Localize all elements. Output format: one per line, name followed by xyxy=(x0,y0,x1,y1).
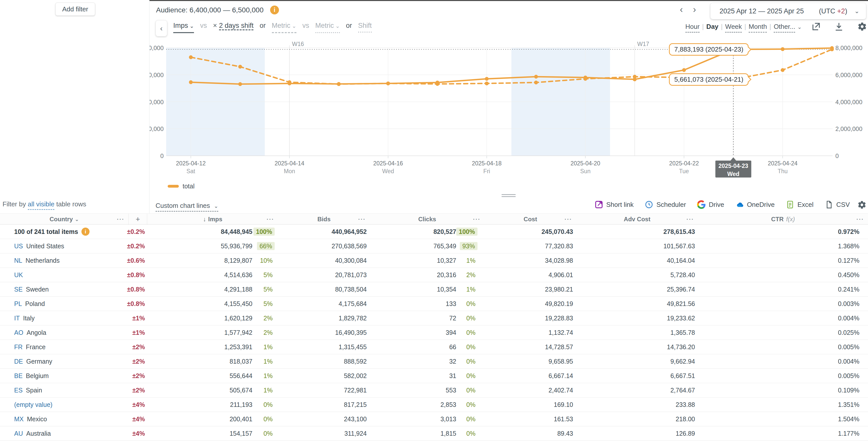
column-header-clicks[interactable]: Clicks··· xyxy=(370,214,485,225)
add-filter-button[interactable]: Add filter xyxy=(55,3,95,16)
table-row[interactable]: ITItaly±1%1,620,1292%1,829,782720%19,228… xyxy=(0,311,868,325)
country-code-link[interactable]: AU xyxy=(14,430,23,437)
country-code-link[interactable]: US xyxy=(14,243,23,250)
export-onedrive-button[interactable]: OneDrive xyxy=(735,200,775,209)
svg-text:Wed: Wed xyxy=(727,171,739,177)
column-header-adv-cost[interactable]: Adv Cost··· xyxy=(576,214,698,225)
column-menu-icon[interactable]: ··· xyxy=(358,216,366,223)
country-code-link[interactable]: UK xyxy=(14,271,23,279)
table-row[interactable]: DEGermany±2%818,0371%888,592320%9,658.95… xyxy=(0,354,868,369)
column-header-bids[interactable]: Bids··· xyxy=(278,214,370,225)
column-menu-icon[interactable]: ··· xyxy=(473,216,480,223)
filter-scope-link[interactable]: all visible xyxy=(28,200,55,210)
country-code-link[interactable]: DE xyxy=(14,358,23,365)
column-menu-icon[interactable]: ··· xyxy=(856,216,864,223)
next-range-button[interactable]: › xyxy=(693,5,696,15)
download-icon[interactable] xyxy=(834,22,844,31)
ctr-cell: 0.005% xyxy=(838,343,868,351)
imps-cell: 200,401 xyxy=(230,415,255,423)
column-menu-icon[interactable]: ··· xyxy=(564,216,572,223)
legend-item-total[interactable]: total xyxy=(168,183,194,190)
table-row[interactable]: NLNetherlands±0.6%8,129,80710%40,300,084… xyxy=(0,253,868,268)
prev-range-button[interactable]: ‹ xyxy=(680,5,683,15)
table-settings-gear-icon[interactable] xyxy=(857,200,866,209)
add-column-button[interactable]: + xyxy=(128,214,147,225)
country-code-link[interactable]: IT xyxy=(14,315,20,322)
table-row[interactable]: (empty value)±4%211,1930%817,2152,8530%1… xyxy=(0,398,868,412)
time-series-chart[interactable]: 002,000,0002,000,0004,000,0004,000,0006,… xyxy=(150,39,868,181)
ctr-cell: 0.241% xyxy=(838,286,868,293)
metric-dropdown-empty-1[interactable]: Metric⌄ xyxy=(272,21,297,33)
table-row[interactable]: UK±0.8%4,514,6365%20,781,07320,3162%4,90… xyxy=(0,268,868,282)
column-menu-icon[interactable]: ··· xyxy=(267,216,274,223)
clicks-cell: 3,013 xyxy=(440,415,459,423)
svg-text:6,000,000: 6,000,000 xyxy=(835,71,862,78)
table-row[interactable]: FRFrance±2%1,253,3911%1,315,455660%14,72… xyxy=(0,340,868,354)
country-code-link[interactable]: PL xyxy=(14,300,22,308)
export-scheduler-button[interactable]: Scheduler xyxy=(645,200,686,209)
chevron-down-icon: ⌄ xyxy=(292,23,297,29)
table-row[interactable]: MXMexico±4%200,4010%243,1003,0130%161.53… xyxy=(0,412,868,426)
granularity-option-other[interactable]: Other... xyxy=(774,23,795,33)
table-row[interactable]: ESSpain±2%505,6741%722,9815530%2,402.742… xyxy=(0,383,868,398)
column-header-ctr[interactable]: CTRf(x)··· xyxy=(698,214,868,225)
delta-cell: ±2% xyxy=(132,358,147,365)
cost-cell: 245,070.43 xyxy=(541,228,576,235)
column-menu-icon[interactable]: ··· xyxy=(117,216,124,223)
metric-dropdown-empty-2[interactable]: Metric⌄ xyxy=(315,21,340,33)
table-row[interactable]: SESweden±0.8%4,291,1885%80,738,50410,354… xyxy=(0,282,868,296)
column-header-imps[interactable]: ↓Imps··· xyxy=(147,214,278,225)
open-in-new-icon[interactable] xyxy=(811,22,821,31)
export-short-link-button[interactable]: Short link xyxy=(595,200,633,209)
export-csv-button[interactable]: CSV xyxy=(825,200,850,209)
country-code-link[interactable]: AO xyxy=(14,329,23,336)
total-items-label: 100 of 241 total items xyxy=(14,228,78,235)
table-row[interactable]: PLPoland±0.8%4,155,4505%4,175,6841330%49… xyxy=(0,296,868,311)
collapse-controls-button[interactable]: ‹ xyxy=(156,20,167,36)
custom-chart-lines-dropdown[interactable]: Custom chart lines ⌄ xyxy=(156,202,218,210)
export-label: Short link xyxy=(606,201,633,209)
table-row[interactable]: AOAngola±1%1,577,9422%16,490,3953940%1,1… xyxy=(0,325,868,340)
empty-value-link[interactable]: (empty value) xyxy=(14,401,52,408)
country-code-link[interactable]: MX xyxy=(14,415,24,423)
country-code-link[interactable]: BE xyxy=(14,372,23,380)
svg-text:Mon: Mon xyxy=(284,168,295,175)
table-row[interactable]: BEBelgium±2%556,6441%582,002310%6,667.14… xyxy=(0,369,868,383)
table-row[interactable]: USUnited States±0.2%55,936,79966%270,638… xyxy=(0,239,868,253)
remove-shift-icon[interactable]: × xyxy=(213,22,217,29)
gear-icon[interactable] xyxy=(857,22,867,31)
export-excel-button[interactable]: Excel xyxy=(786,200,814,209)
granularity-option-month[interactable]: Month xyxy=(749,23,767,33)
column-header-cost[interactable]: Cost··· xyxy=(485,214,576,225)
country-code-link[interactable]: NL xyxy=(14,257,22,264)
column-menu-icon[interactable]: ··· xyxy=(686,216,694,223)
country-cell: UK xyxy=(0,271,128,279)
granularity-option-day[interactable]: Day xyxy=(706,23,718,32)
info-icon[interactable]: i xyxy=(82,228,90,236)
table-row[interactable]: AUAustralia±4%154,1570%311,9241,8150%89.… xyxy=(0,426,868,441)
imps-cell: 505,674 xyxy=(230,387,255,394)
chart-canvas[interactable]: 002,000,0002,000,0004,000,0004,000,0006,… xyxy=(150,39,868,181)
adv-cost-cell: 40,164.04 xyxy=(667,257,698,264)
panel-resize-handle[interactable] xyxy=(501,194,516,198)
imps-share-badge: 5% xyxy=(264,286,273,293)
cost-cell: 9,658.95 xyxy=(549,358,576,365)
bids-cell: 311,924 xyxy=(344,430,370,437)
info-icon[interactable]: i xyxy=(270,6,279,14)
country-code-link[interactable]: ES xyxy=(14,387,23,394)
shift-placeholder-control[interactable]: Shift xyxy=(358,21,372,33)
shift-applied-control[interactable]: ×2 days shift xyxy=(213,21,253,32)
granularity-option-week[interactable]: Week xyxy=(725,23,742,33)
granularity-option-hour[interactable]: Hour xyxy=(685,23,700,33)
country-code-link[interactable]: FR xyxy=(14,343,23,351)
clicks-share-badge: 93% xyxy=(460,242,477,250)
table-row-total[interactable]: 100 of 241 total itemsi±0.2%84,448,94510… xyxy=(0,225,868,239)
date-range-picker[interactable]: 2025 Apr 12 — 2025 Apr 25 (UTC +2) ⌄ xyxy=(710,3,866,19)
table-body: 100 of 241 total itemsi±0.2%84,448,94510… xyxy=(0,225,868,441)
svg-text:8,000,000: 8,000,000 xyxy=(835,44,862,51)
svg-text:2025-04-23: 2025-04-23 xyxy=(718,163,748,169)
export-drive-button[interactable]: Drive xyxy=(697,200,724,209)
metric-dropdown-imps[interactable]: Imps⌄ xyxy=(173,21,194,33)
country-code-link[interactable]: SE xyxy=(14,286,23,293)
column-header-country[interactable]: Country⌄··· xyxy=(0,214,128,225)
